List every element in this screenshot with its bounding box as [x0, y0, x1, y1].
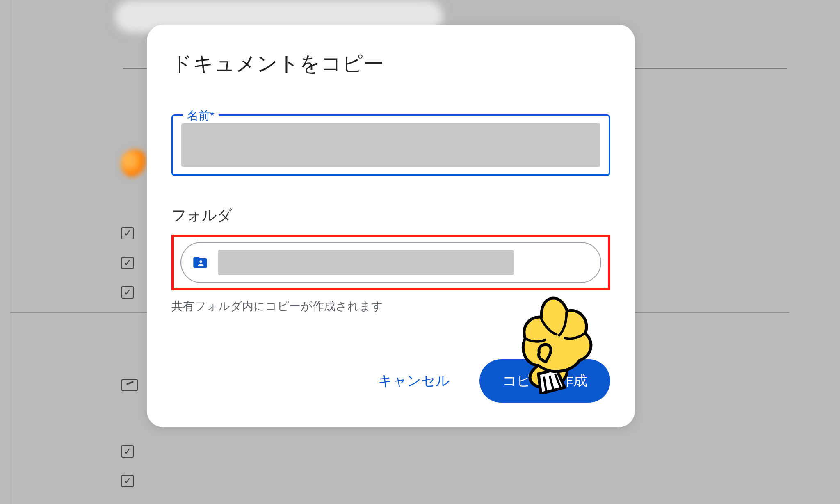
folder-helper-text: 共有フォルダ内にコピーが作成されます — [171, 299, 610, 314]
folder-section-label: フォルダ — [171, 205, 610, 226]
name-input[interactable] — [181, 123, 600, 167]
checkbox-icon — [121, 445, 134, 458]
copy-document-dialog: ドキュメントをコピー 名前* フォルダ 共有フォルダ内にコピーが作成されます キ… — [147, 25, 635, 427]
checkbox-icon — [121, 475, 134, 487]
annotation-highlight-box — [171, 235, 610, 290]
pencil-box-icon — [121, 379, 138, 391]
dialog-actions: キャンセル コピーを作成 — [171, 359, 610, 403]
shared-folder-icon — [192, 254, 208, 271]
checkbox-icon — [121, 286, 134, 299]
checkbox-icon — [121, 227, 134, 239]
dialog-title: ドキュメントをコピー — [171, 50, 610, 78]
background-column-rule — [10, 0, 10, 504]
required-asterisk: * — [210, 109, 215, 122]
name-field-label: 名前* — [183, 108, 219, 123]
blurred-avatar — [121, 149, 149, 178]
name-label-text: 名前 — [187, 109, 210, 122]
name-field[interactable]: 名前* — [171, 114, 610, 176]
folder-selector[interactable] — [180, 242, 601, 283]
cancel-button[interactable]: キャンセル — [368, 363, 460, 399]
checkbox-icon — [121, 257, 134, 269]
folder-value-redacted — [218, 250, 514, 275]
create-copy-button[interactable]: コピーを作成 — [479, 359, 610, 403]
